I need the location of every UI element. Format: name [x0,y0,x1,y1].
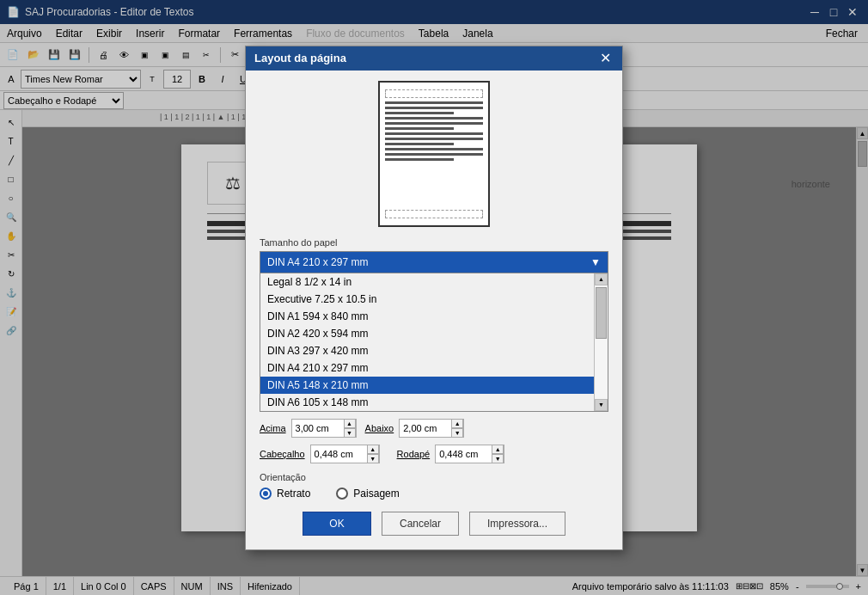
preview-line4 [385,117,483,120]
preview-line1 [385,101,483,104]
ok-button[interactable]: OK [303,512,371,536]
header-up[interactable]: ▲ [367,445,379,454]
printer-button[interactable]: Impressora... [469,512,565,536]
paper-size-selected[interactable]: DIN A4 210 x 297 mm ▼ [260,251,608,273]
hf-section: Cabeçalho ▲ ▼ Rodapé ▲ [260,445,608,463]
margin-below-down[interactable]: ▼ [451,428,463,438]
preview-header [385,89,483,98]
dropdown-item-a2[interactable]: DIN A2 420 x 594 mm [260,325,594,342]
dialog-title-bar: Layout da página ✕ [246,46,622,71]
dropdown-scrollbar: ▲ ▼ [594,273,608,411]
footer-input-wrapper: ▲ ▼ [435,445,504,463]
margin-above-group: Acima ▲ ▼ [260,419,357,438]
footer-down[interactable]: ▼ [492,454,504,463]
paper-size-selected-text: DIN A4 210 x 297 mm [267,256,368,268]
orientation-options: Retrato Paisagem [260,488,608,500]
dropdown-list-inner: Legal 8 1/2 x 14 in Executive 7.25 x 10.… [260,273,594,411]
header-group: Cabeçalho ▲ ▼ [260,445,380,463]
header-spin: ▲ ▼ [367,445,379,463]
dropdown-item-a5[interactable]: DIN A5 148 x 210 mm [260,377,594,394]
preview-line10 [385,148,483,150]
portrait-label: Retrato [277,488,310,500]
footer-label: Rodapé [397,449,431,459]
landscape-label: Paisagem [353,488,399,500]
margins-section: Acima ▲ ▼ Abaixo ▲ [260,419,608,438]
margin-above-input[interactable] [292,420,344,437]
portrait-radio[interactable] [260,488,272,500]
preview-line2 [385,107,483,109]
margin-above-down[interactable]: ▼ [344,428,356,438]
dropdown-item-a4[interactable]: DIN A4 210 x 297 mm [260,359,594,377]
dropdown-scroll-thumb[interactable] [596,287,607,339]
dropdown-item-legal[interactable]: Legal 8 1/2 x 14 in [260,273,594,291]
footer-up[interactable]: ▲ [492,445,504,454]
paper-size-container: DIN A4 210 x 297 mm ▼ Legal 8 1/2 x 14 i… [260,251,608,412]
footer-group: Rodapé ▲ ▼ [397,445,505,463]
preview-line12 [385,158,454,161]
footer-spin: ▲ ▼ [492,445,504,463]
dropdown-item-a6[interactable]: DIN A6 105 x 148 mm [260,394,594,411]
dropdown-scroll-up[interactable]: ▲ [595,273,608,285]
orientation-label: Orientação [260,472,608,482]
header-label: Cabeçalho [260,449,305,459]
dialog-body: Tamanho do papel DIN A4 210 x 297 mm ▼ L… [246,71,622,549]
dropdown-arrow: ▼ [590,256,601,268]
landscape-radio[interactable] [336,488,348,500]
margin-above-label: Acima [260,423,286,433]
preview-footer [385,210,483,218]
cancel-button[interactable]: Cancelar [382,512,459,536]
dropdown-item-a3[interactable]: DIN A3 297 x 420 mm [260,342,594,359]
dialog-overlay: Layout da página ✕ [0,0,868,595]
header-down[interactable]: ▼ [367,454,379,463]
dropdown-scroll-down[interactable]: ▼ [595,399,608,411]
landscape-option[interactable]: Paisagem [336,488,399,500]
margin-above-input-wrapper: ▲ ▼ [291,419,357,438]
dropdown-item-exec[interactable]: Executive 7.25 x 10.5 in [260,291,594,308]
page-preview-area [260,81,608,227]
portrait-option[interactable]: Retrato [260,488,310,500]
margin-below-up[interactable]: ▲ [451,419,463,428]
dialog-buttons: OK Cancelar Impressora... [260,512,608,539]
preview-line6 [385,127,454,130]
margin-below-label: Abaixo [365,423,394,433]
margin-below-input-wrapper: ▲ ▼ [399,419,464,438]
preview-line5 [385,122,483,125]
margin-above-up[interactable]: ▲ [344,419,356,428]
footer-input[interactable] [436,445,492,463]
preview-line8 [385,138,483,140]
preview-line9 [385,143,454,145]
margin-below-input[interactable] [400,420,451,437]
orientation-section: Orientação Retrato Paisagem [260,472,608,500]
preview-line7 [385,132,483,135]
page-preview-box [378,81,490,227]
margin-above-spin: ▲ ▼ [344,419,356,438]
dropdown-scroll-track [595,285,608,399]
margin-below-group: Abaixo ▲ ▼ [365,419,465,438]
dialog-title: Layout da página [254,52,346,64]
dropdown-list-wrapper: Legal 8 1/2 x 14 in Executive 7.25 x 10.… [260,273,608,412]
preview-line11 [385,153,483,156]
dropdown-item-a1[interactable]: DIN A1 594 x 840 mm [260,308,594,325]
preview-line3 [385,112,454,114]
paper-size-label: Tamanho do papel [260,237,608,248]
dialog-close-button[interactable]: ✕ [596,50,614,67]
header-input[interactable] [311,445,367,463]
page-layout-dialog: Layout da página ✕ [245,46,623,550]
margin-below-spin: ▲ ▼ [451,419,463,438]
header-input-wrapper: ▲ ▼ [310,445,380,463]
